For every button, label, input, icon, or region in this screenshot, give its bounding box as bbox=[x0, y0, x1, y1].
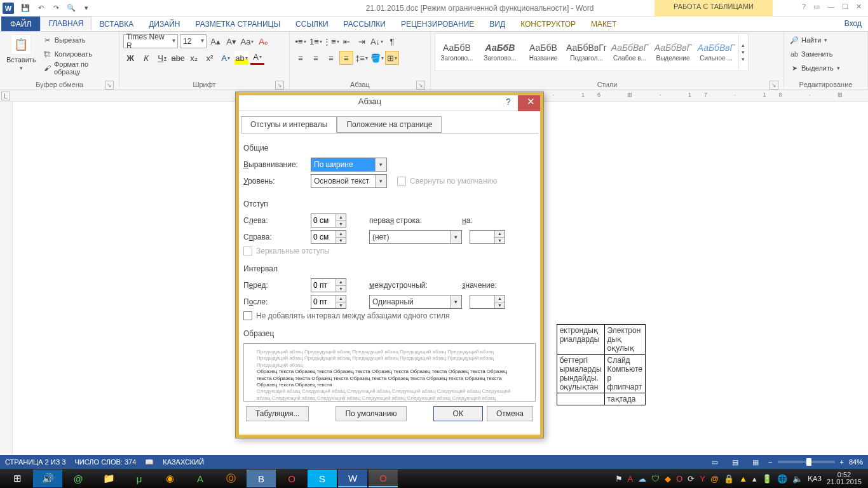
taskbar-app1-icon[interactable]: ◉ bbox=[155, 470, 184, 487]
redo-icon[interactable]: ↷ bbox=[50, 2, 62, 15]
styles-launcher[interactable]: ↘ bbox=[770, 81, 778, 90]
zoom-in-icon[interactable]: + bbox=[840, 458, 844, 466]
line-spacing-icon[interactable]: ‡≡ bbox=[355, 51, 369, 65]
bold-icon[interactable]: Ж bbox=[123, 51, 137, 65]
tab-constructor[interactable]: КОНСТРУКТОР bbox=[513, 17, 583, 31]
clear-format-icon[interactable]: Aᵩ bbox=[256, 34, 270, 48]
text-effects-icon[interactable]: A bbox=[219, 51, 233, 65]
bullets-icon[interactable]: •≡ bbox=[294, 34, 308, 48]
taskbar-opera-icon[interactable]: O bbox=[277, 470, 306, 487]
tab-pagelayout[interactable]: РАЗМЕТКА СТРАНИЦЫ bbox=[188, 17, 288, 31]
style-item[interactable]: АаБбВвГгПодзагол... bbox=[566, 34, 607, 70]
tray-sound-icon[interactable]: 🔈 bbox=[792, 474, 803, 484]
help-icon[interactable]: ? bbox=[802, 3, 806, 11]
level-combo[interactable]: Основной текст▾ bbox=[311, 174, 387, 188]
zoom-out-icon[interactable]: − bbox=[768, 458, 772, 466]
sign-in-link[interactable]: Вход bbox=[838, 17, 868, 31]
grow-font-icon[interactable]: A▴ bbox=[208, 34, 222, 48]
ok-button[interactable]: ОК bbox=[433, 406, 483, 421]
shading-icon[interactable]: 🪣 bbox=[370, 51, 384, 65]
spacing-before-spin[interactable]: ▲▼ bbox=[311, 278, 346, 292]
find-button[interactable]: 🔎Найти ▾ bbox=[788, 33, 841, 47]
inc-indent-icon[interactable]: ⇥ bbox=[355, 34, 369, 48]
page-indicator[interactable]: СТРАНИЦА 2 ИЗ 3 bbox=[5, 458, 66, 466]
cut-button[interactable]: ✂Вырезать bbox=[41, 33, 115, 47]
change-case-icon[interactable]: Aa bbox=[240, 34, 254, 48]
replace-button[interactable]: abЗаменить bbox=[788, 47, 841, 61]
highlight-icon[interactable]: ab bbox=[234, 51, 248, 65]
minimize-icon[interactable]: — bbox=[827, 3, 834, 11]
maximize-icon[interactable]: ☐ bbox=[842, 3, 848, 11]
dec-indent-icon[interactable]: ⇤ bbox=[339, 34, 353, 48]
tray-mail-icon[interactable]: @ bbox=[710, 474, 719, 484]
taskbar-volume-icon[interactable]: 🔊 bbox=[33, 470, 62, 487]
strike-icon[interactable]: abc bbox=[171, 51, 185, 65]
start-button[interactable]: ⊞ bbox=[3, 470, 32, 487]
style-item[interactable]: АаБбВЗаголово... bbox=[479, 34, 521, 70]
select-button[interactable]: ➤Выделить ▾ bbox=[788, 61, 841, 75]
close-window-icon[interactable]: ✕ bbox=[856, 3, 862, 11]
tab-insert[interactable]: ВСТАВКА bbox=[92, 17, 141, 31]
print-layout-icon[interactable]: ▤ bbox=[728, 456, 743, 468]
undo-icon[interactable]: ↶ bbox=[34, 2, 47, 15]
tray-cloud-icon[interactable]: ☁ bbox=[638, 474, 646, 484]
format-painter-button[interactable]: 🖌Формат по образцу bbox=[41, 61, 115, 75]
taskbar-mailru-icon[interactable]: @ bbox=[64, 470, 93, 487]
superscript-icon[interactable]: x² bbox=[203, 51, 217, 65]
tabs-button[interactable]: Табуляция... bbox=[246, 406, 309, 421]
align-left-icon[interactable]: ≡ bbox=[294, 51, 308, 65]
tray-opera-icon[interactable]: O bbox=[676, 474, 682, 484]
spacing-after-spin[interactable]: ▲▼ bbox=[311, 295, 346, 309]
word-count[interactable]: ЧИСЛО СЛОВ: 374 bbox=[75, 458, 137, 466]
document-table[interactable]: ектрондықриалдарды Электрондықоқулық бет… bbox=[557, 324, 646, 405]
tray-sync-icon[interactable]: ⟳ bbox=[688, 474, 695, 484]
tray-drive-icon[interactable]: ▲ bbox=[739, 474, 747, 484]
multilevel-icon[interactable]: ⋮≡ bbox=[324, 34, 338, 48]
tray-network-icon[interactable]: 🌐 bbox=[777, 474, 787, 484]
dialog-titlebar[interactable]: Абзац ? ✕ bbox=[236, 92, 543, 111]
vertical-ruler[interactable] bbox=[0, 102, 13, 468]
tab-design[interactable]: ДИЗАЙН bbox=[141, 17, 187, 31]
tray-up-icon[interactable]: ▴ bbox=[752, 474, 757, 484]
clipboard-launcher[interactable]: ↘ bbox=[105, 81, 114, 90]
style-item[interactable]: АаБбВЗаголово... bbox=[436, 34, 478, 70]
proofing-icon[interactable]: 📖 bbox=[145, 458, 154, 466]
numbering-icon[interactable]: 1≡ bbox=[309, 34, 323, 48]
web-layout-icon[interactable]: ▦ bbox=[748, 456, 763, 468]
print-preview-icon[interactable]: 🔍 bbox=[65, 2, 78, 15]
style-item[interactable]: АаБбВвГСильное ... bbox=[695, 34, 737, 70]
taskbar-utorrent-icon[interactable]: μ bbox=[125, 470, 154, 487]
tab-table-layout[interactable]: МАКЕТ bbox=[583, 17, 624, 31]
tray-antivirus-icon[interactable]: 🛡 bbox=[651, 474, 660, 484]
style-item[interactable]: АаБбВНазвание bbox=[522, 34, 564, 70]
font-name-combo[interactable]: Times New R bbox=[123, 34, 178, 48]
firstline-by-spin[interactable]: ▲▼ bbox=[470, 230, 505, 244]
tab-file[interactable]: ФАЙЛ bbox=[1, 17, 40, 31]
indent-left-spin[interactable]: ▲▼ bbox=[311, 214, 346, 227]
tab-mailings[interactable]: РАССЫЛКИ bbox=[336, 17, 393, 31]
no-same-style-checkbox[interactable]: Не добавлять интервал между абзацами одн… bbox=[243, 311, 450, 320]
taskbar-skype-icon[interactable]: S bbox=[308, 470, 337, 487]
cancel-button[interactable]: Отмена bbox=[487, 406, 533, 421]
tray-activ-icon[interactable]: A bbox=[628, 474, 634, 484]
taskbar-word-icon[interactable]: W bbox=[338, 470, 367, 487]
tab-review[interactable]: РЕЦЕНЗИРОВАНИЕ bbox=[393, 17, 482, 31]
font-launcher[interactable]: ↘ bbox=[275, 81, 284, 90]
dialog-tab-indents[interactable]: Отступы и интервалы bbox=[241, 116, 337, 133]
tray-yandex-icon[interactable]: Y bbox=[700, 474, 705, 484]
paragraph-launcher[interactable]: ↘ bbox=[416, 81, 425, 90]
tray-orange-icon[interactable]: ◆ bbox=[665, 474, 671, 484]
taskbar-ok-icon[interactable]: Ⓞ bbox=[216, 470, 245, 487]
align-justify-icon[interactable]: ≡ bbox=[339, 51, 353, 65]
paste-button[interactable]: 📋 Вставить ▾ bbox=[4, 33, 39, 72]
tray-lock-icon[interactable]: 🔒 bbox=[724, 474, 734, 484]
indent-right-spin[interactable]: ▲▼ bbox=[311, 230, 346, 244]
tray-flag-icon[interactable]: ⚑ bbox=[615, 474, 623, 484]
taskbar-opera2-icon[interactable]: O bbox=[369, 470, 398, 487]
style-item[interactable]: АаБбВвГВыделение bbox=[652, 34, 694, 70]
dialog-close-icon[interactable]: ✕ bbox=[518, 92, 543, 111]
italic-icon[interactable]: К bbox=[139, 51, 153, 65]
tab-home[interactable]: ГЛАВНАЯ bbox=[40, 17, 92, 31]
tab-view[interactable]: ВИД bbox=[482, 17, 513, 31]
zoom-level[interactable]: 84% bbox=[849, 458, 863, 466]
